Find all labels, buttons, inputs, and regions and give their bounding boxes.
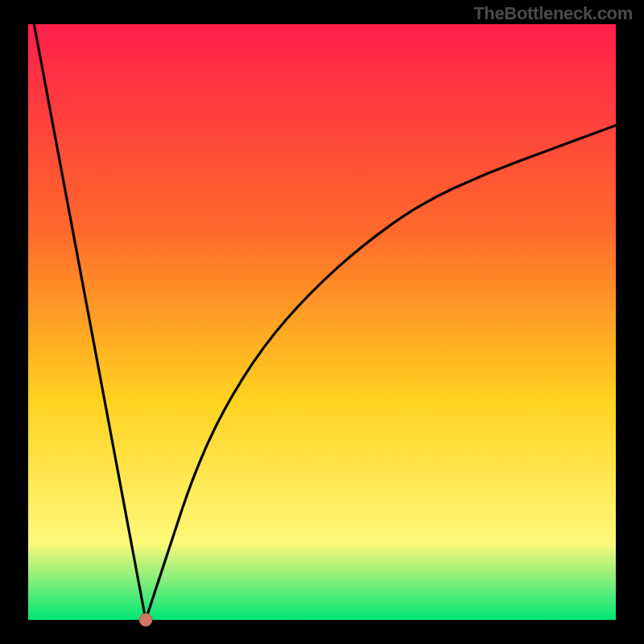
optimum-point [139, 613, 152, 626]
plot-area [28, 24, 616, 620]
watermark-text: TheBottleneck.com [473, 3, 633, 24]
bottleneck-chart [0, 0, 644, 644]
chart-frame: TheBottleneck.com [0, 0, 644, 644]
